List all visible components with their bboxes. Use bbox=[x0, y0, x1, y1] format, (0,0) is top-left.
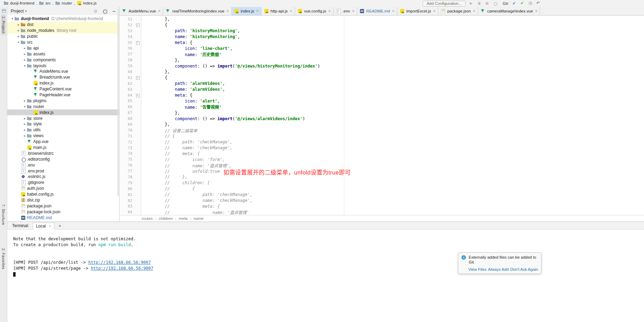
close-terminal-tab-icon[interactable]: × bbox=[48, 224, 51, 228]
line-number[interactable]: 67 bbox=[120, 110, 135, 115]
code-line[interactable]: 79 // children: [ bbox=[120, 180, 644, 186]
line-number[interactable]: 69 bbox=[120, 122, 135, 127]
editor-body[interactable]: 51 },52 {53 path: 'historyMonitoring',54… bbox=[120, 16, 644, 215]
line-number[interactable]: 81 bbox=[120, 193, 135, 197]
line-number[interactable]: 66 bbox=[120, 105, 135, 109]
editor-tab[interactable]: .env× bbox=[334, 7, 358, 15]
tree-item[interactable]: PageContent.vue bbox=[7, 86, 119, 92]
code-line[interactable]: 65 icon: 'alert', bbox=[120, 98, 644, 104]
chevron-right-icon[interactable]: ▸ bbox=[23, 117, 27, 120]
close-tab-icon[interactable]: × bbox=[158, 9, 160, 14]
fold-marker-icon[interactable] bbox=[135, 92, 141, 98]
close-tab-icon[interactable]: × bbox=[392, 9, 395, 14]
chevron-right-icon[interactable]: ▸ bbox=[23, 122, 27, 126]
close-tab-icon[interactable]: × bbox=[473, 9, 475, 14]
line-number[interactable]: 57 bbox=[120, 52, 135, 56]
line-number[interactable]: 65 bbox=[120, 99, 135, 103]
notification-action-link[interactable]: Always Add bbox=[488, 267, 509, 271]
code-line[interactable]: 71 // { bbox=[120, 133, 644, 139]
code-line[interactable]: 63 name: 'alarmVideos', bbox=[120, 87, 644, 92]
tree-item[interactable]: ▸views bbox=[7, 133, 119, 139]
line-number[interactable]: 73 bbox=[120, 146, 135, 150]
code-line[interactable]: 67 }, bbox=[120, 110, 644, 116]
line-number[interactable]: 59 bbox=[120, 64, 135, 68]
code-line[interactable]: 51 }, bbox=[120, 16, 644, 22]
code-line[interactable]: 52 { bbox=[120, 22, 644, 28]
close-tab-icon[interactable]: × bbox=[290, 9, 292, 14]
tree-item[interactable]: ▸style bbox=[7, 121, 119, 127]
code-line[interactable]: 70 // 设置二级菜单 bbox=[120, 127, 644, 133]
line-number[interactable]: 75 bbox=[120, 157, 135, 162]
code-line[interactable]: 76 // name: '盘点管理', bbox=[120, 162, 644, 168]
fold-marker-icon[interactable] bbox=[135, 40, 141, 46]
debug-icon[interactable] bbox=[477, 1, 482, 6]
git-update-icon[interactable] bbox=[512, 1, 517, 6]
code-line[interactable]: 62 path: 'alarmVideos', bbox=[120, 81, 644, 87]
rollback-icon[interactable] bbox=[536, 1, 541, 6]
tree-item[interactable]: ▸components bbox=[7, 57, 119, 63]
tree-item[interactable]: .editorconfig bbox=[7, 156, 119, 162]
tree-item[interactable]: .gitignore bbox=[7, 180, 119, 186]
code-line[interactable]: 82 // name: 'checkManage', bbox=[120, 198, 644, 204]
code-line[interactable]: 54 name: 'historyMonitoring', bbox=[120, 34, 644, 40]
tree-item[interactable]: ▾duoji-frontendD:\zheheWeb\duoji-fronten… bbox=[7, 16, 119, 22]
editor-breadcrumb-item[interactable]: name bbox=[194, 216, 204, 221]
code-line[interactable]: 74 // meta: { bbox=[120, 151, 644, 156]
tree-item[interactable]: ▸assets bbox=[7, 51, 119, 57]
editor-tab[interactable]: realTimeMonitoring\index.vue× bbox=[163, 7, 231, 15]
editor-breadcrumb-item[interactable]: routes bbox=[142, 216, 153, 221]
code-line[interactable]: 83 // meta: { bbox=[120, 204, 644, 209]
chevron-right-icon[interactable]: ▸ bbox=[16, 23, 21, 26]
hide-panel-icon[interactable] bbox=[112, 9, 116, 14]
line-number[interactable]: 52 bbox=[120, 23, 135, 27]
code-line[interactable]: 66 name: '告警视频' bbox=[120, 104, 644, 110]
code-line[interactable]: 78 // }, bbox=[120, 174, 644, 180]
editor-tab[interactable]: README.md× bbox=[357, 7, 397, 15]
line-number[interactable]: 60 bbox=[120, 70, 135, 74]
editor-tab[interactable]: cameraManage\index.vue× bbox=[478, 7, 540, 15]
line-number[interactable]: 79 bbox=[120, 181, 135, 185]
fold-marker-icon[interactable] bbox=[135, 75, 141, 81]
line-number[interactable]: 64 bbox=[120, 93, 135, 98]
tree-item[interactable]: ▸utils bbox=[7, 127, 119, 133]
breadcrumb-item[interactable]: duoji-frontend bbox=[4, 1, 34, 6]
tree-item[interactable]: main.js bbox=[7, 145, 119, 151]
tool-stripe-structure[interactable]: 7: Structure bbox=[1, 203, 6, 227]
coverage-icon[interactable] bbox=[485, 1, 489, 6]
code-line[interactable]: 81 // path: 'checkManage', bbox=[120, 192, 644, 198]
notification-action-link[interactable]: Don't Ask Again bbox=[510, 267, 538, 271]
chevron-down-icon[interactable]: ▾ bbox=[23, 105, 27, 108]
chevron-right-icon[interactable]: ▸ bbox=[16, 29, 21, 32]
tree-item[interactable]: package-lock.json bbox=[7, 209, 119, 215]
terminal-output[interactable]: Note that the development build is not o… bbox=[7, 230, 644, 322]
line-number[interactable]: 84 bbox=[120, 210, 135, 214]
line-number[interactable]: 63 bbox=[120, 87, 135, 92]
chevron-down-icon[interactable]: ▾ bbox=[16, 41, 21, 44]
chevron-down-icon[interactable]: ▾ bbox=[10, 17, 15, 20]
tool-stripe-project[interactable]: 1: Project bbox=[1, 15, 6, 35]
breadcrumb-item[interactable]: index.js bbox=[77, 1, 97, 6]
tree-item[interactable]: index.js bbox=[7, 80, 119, 86]
close-tab-icon[interactable]: × bbox=[535, 9, 537, 14]
code-line[interactable]: 77 // unfold:true bbox=[120, 168, 644, 174]
tree-item[interactable]: dist.zip bbox=[7, 197, 119, 203]
tree-item[interactable]: ▾src bbox=[7, 39, 119, 45]
line-number[interactable]: 70 bbox=[120, 128, 135, 133]
notification-action-link[interactable]: View Files bbox=[468, 267, 486, 271]
line-number[interactable]: 62 bbox=[120, 81, 135, 86]
locate-file-icon[interactable] bbox=[93, 9, 98, 14]
code-line[interactable]: 56 icon: 'line-chart', bbox=[120, 45, 644, 51]
code-line[interactable]: 59 component: () => import('@/views/hist… bbox=[120, 63, 644, 69]
fold-marker-icon[interactable] bbox=[135, 22, 141, 28]
line-number[interactable]: 76 bbox=[120, 163, 135, 168]
chevron-right-icon[interactable]: ▸ bbox=[23, 58, 27, 62]
chevron-right-icon[interactable]: ▸ bbox=[23, 128, 27, 132]
tree-item[interactable]: package.json bbox=[7, 203, 119, 209]
tool-windows-icon[interactable] bbox=[1, 8, 6, 13]
editor-breadcrumb-item[interactable]: children bbox=[159, 216, 173, 221]
code-line[interactable]: 68 component: () => import('@/views/alar… bbox=[120, 116, 644, 122]
chevron-right-icon[interactable]: ▸ bbox=[23, 46, 27, 50]
code-line[interactable]: 64 meta: { bbox=[120, 92, 644, 98]
history-icon[interactable] bbox=[528, 1, 533, 6]
profiler-icon[interactable] bbox=[493, 1, 497, 6]
